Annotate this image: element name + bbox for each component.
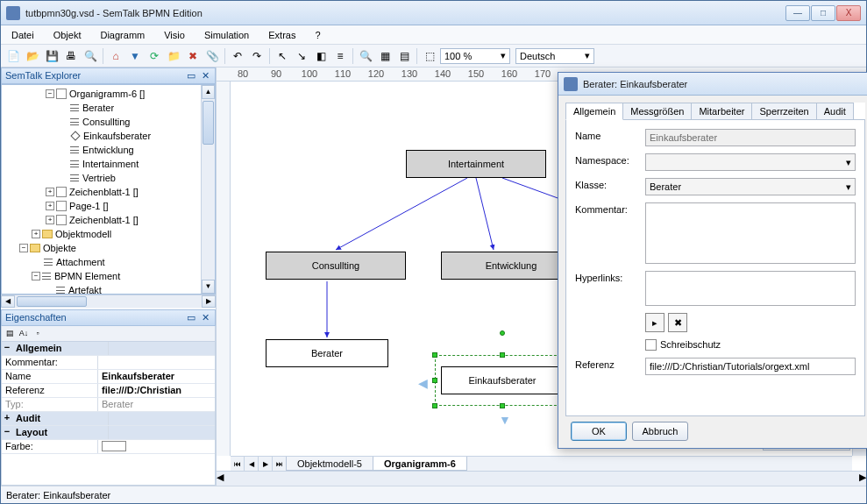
menu-diagramm[interactable]: Diagramm bbox=[96, 28, 148, 42]
prop-group-layout[interactable]: Layout bbox=[12, 426, 109, 439]
prop-referenz-value[interactable]: file:///D:/Christian bbox=[98, 384, 215, 397]
tree-objekte[interactable]: Objekte bbox=[43, 243, 76, 253]
page-next-icon[interactable]: ▶ bbox=[259, 457, 273, 471]
explorer-tree[interactable]: −Organigramm-6 [] Berater Consullting Ei… bbox=[1, 84, 216, 295]
zoom-icon[interactable]: 🔍 bbox=[357, 47, 374, 65]
prop-name-value[interactable]: Einkaufsberater bbox=[98, 370, 215, 383]
dlg-hyperlink-add-button[interactable]: ▸ bbox=[645, 313, 664, 332]
dlg-name-label: Name bbox=[575, 129, 645, 141]
align-icon[interactable]: ≡ bbox=[331, 47, 349, 65]
filter-icon[interactable]: ▼ bbox=[126, 47, 144, 65]
menu-datei[interactable]: Datei bbox=[8, 28, 38, 42]
ok-button[interactable]: OK bbox=[571, 422, 627, 441]
tree-vertrieb[interactable]: Vertrieb bbox=[82, 173, 116, 183]
prop-name-label: Name bbox=[2, 370, 98, 383]
dlg-kommentar-textarea[interactable] bbox=[645, 202, 856, 264]
minimize-button[interactable]: — bbox=[785, 5, 810, 21]
prop-group-allgemein[interactable]: Allgemein bbox=[12, 342, 109, 355]
tree-zeichenblatt1[interactable]: Zeichenblatt-1 [] bbox=[69, 187, 139, 197]
dlg-klasse-combo[interactable]: Berater▾ bbox=[645, 178, 856, 195]
tree-attachment[interactable]: Attachment bbox=[56, 257, 105, 267]
pointer-icon[interactable]: ↖ bbox=[274, 47, 291, 65]
dlg-hyperlink-remove-button[interactable]: ✖ bbox=[668, 313, 687, 332]
dlg-namespace-combo[interactable]: ▾ bbox=[645, 153, 856, 171]
dlg-hyperlinks-list[interactable] bbox=[645, 271, 856, 306]
page-prev-icon[interactable]: ◀ bbox=[245, 457, 259, 471]
menu-help[interactable]: ? bbox=[311, 28, 323, 42]
tree-bpmn-element[interactable]: BPMN Element bbox=[54, 271, 120, 281]
dlg-schreibschutz-checkbox[interactable] bbox=[645, 339, 657, 351]
tab-messgroessen[interactable]: Messgrößen bbox=[622, 103, 692, 119]
undo-icon[interactable]: ↶ bbox=[229, 47, 246, 65]
preview-icon[interactable]: 🔍 bbox=[82, 47, 99, 65]
autoconnect-left-icon[interactable]: ◀ bbox=[418, 376, 428, 390]
dlg-referenz-input[interactable]: file:///D:/Christian/Tutorials/orgext.xm… bbox=[645, 358, 856, 375]
grid-icon[interactable]: ▦ bbox=[376, 47, 394, 65]
menu-objekt[interactable]: Objekt bbox=[50, 28, 85, 42]
folder-icon[interactable]: 📁 bbox=[165, 47, 182, 65]
org-box-intertainment[interactable]: Intertainment bbox=[406, 150, 546, 178]
new-icon[interactable]: 📄 bbox=[4, 47, 22, 65]
properties-grid[interactable]: −Allgemein Kommentar: NameEinkaufsberate… bbox=[1, 342, 216, 486]
tab-audit[interactable]: Audit bbox=[816, 103, 854, 119]
tree-intertainment[interactable]: Intertainment bbox=[82, 159, 139, 169]
close-button[interactable]: X bbox=[836, 5, 861, 21]
menu-extras[interactable]: Extras bbox=[265, 28, 299, 42]
prop-group-audit[interactable]: Audit bbox=[12, 412, 109, 425]
zoom-combo[interactable]: 100 %▾ bbox=[440, 48, 510, 64]
prop-sort-icon[interactable]: A↓ bbox=[18, 327, 30, 339]
canvas-hscroll[interactable]: ◀ ▶ bbox=[217, 471, 866, 486]
selection-box[interactable] bbox=[435, 355, 570, 406]
tree-berater[interactable]: Berater bbox=[82, 103, 114, 113]
language-combo[interactable]: Deutsch▾ bbox=[515, 48, 594, 64]
tree-entwicklung[interactable]: Entwicklung bbox=[82, 145, 134, 155]
delete-icon[interactable]: ✖ bbox=[184, 47, 202, 65]
explorer-pin-icon[interactable]: ▭ bbox=[185, 69, 197, 82]
prop-page-icon[interactable]: ▫ bbox=[32, 327, 44, 339]
prop-kommentar-value[interactable] bbox=[98, 356, 215, 369]
prop-farbe-value[interactable] bbox=[98, 440, 215, 453]
prop-kommentar-label: Kommentar: bbox=[2, 356, 98, 369]
maximize-button[interactable]: □ bbox=[811, 5, 835, 21]
tree-einkaufsberater[interactable]: Einkaufsberater bbox=[83, 131, 151, 141]
org-box-consulting[interactable]: Consullting bbox=[266, 252, 406, 280]
connector-icon[interactable]: ↘ bbox=[293, 47, 310, 65]
tree-page1[interactable]: Page-1 [] bbox=[69, 201, 109, 211]
print-icon[interactable]: 🖶 bbox=[62, 47, 80, 65]
abbruch-button[interactable]: Abbruch bbox=[632, 422, 688, 441]
grid2-icon[interactable]: ▤ bbox=[395, 47, 413, 65]
tree-zeichenblatt1b[interactable]: Zeichenblatt-1 [] bbox=[69, 215, 139, 225]
tree-hscroll[interactable]: ◀ ▶ bbox=[1, 295, 216, 308]
save-icon[interactable]: 💾 bbox=[43, 47, 60, 65]
attach-icon[interactable]: 📎 bbox=[203, 47, 221, 65]
tab-objektmodell[interactable]: Objektmodell-5 bbox=[286, 457, 373, 471]
tree-vscroll[interactable]: ▲ ▼ bbox=[201, 85, 215, 294]
tab-organigramm[interactable]: Organigramm-6 bbox=[373, 457, 467, 471]
db-icon[interactable]: ⌂ bbox=[107, 47, 124, 65]
tab-sperrzeiten[interactable]: Sperrzeiten bbox=[751, 103, 816, 119]
tree-organigramm[interactable]: Organigramm-6 [] bbox=[69, 89, 145, 99]
tree-consulting[interactable]: Consullting bbox=[82, 117, 130, 127]
tree-objektmodell[interactable]: Objektmodell bbox=[55, 229, 111, 239]
dlg-name-input[interactable]: Einkaufsberater bbox=[645, 129, 856, 146]
layers-icon[interactable]: ⬚ bbox=[421, 47, 438, 65]
properties-title: Eigenschaften bbox=[5, 312, 67, 323]
tab-allgemein[interactable]: Allgemein bbox=[565, 103, 623, 120]
autoconnect-down-icon[interactable]: ▼ bbox=[499, 413, 511, 427]
page-last-icon[interactable]: ⏭ bbox=[273, 457, 287, 471]
redo-icon[interactable]: ↷ bbox=[248, 47, 266, 65]
refresh-icon[interactable]: ⟳ bbox=[146, 47, 163, 65]
properties-pin-icon[interactable]: ▭ bbox=[185, 311, 197, 323]
org-box-berater[interactable]: Berater bbox=[266, 339, 388, 367]
menu-visio[interactable]: Visio bbox=[160, 28, 188, 42]
tree-artefakt[interactable]: Artefakt bbox=[68, 285, 102, 295]
page-first-icon[interactable]: ⏮ bbox=[231, 457, 245, 471]
explorer-close-icon[interactable]: ✕ bbox=[199, 69, 211, 82]
open-icon[interactable]: 📂 bbox=[24, 47, 41, 65]
menubar: Datei Objekt Diagramm Visio Simulation E… bbox=[1, 25, 866, 45]
shapes-icon[interactable]: ◧ bbox=[312, 47, 330, 65]
tab-mitarbeiter[interactable]: Mitarbeiter bbox=[691, 103, 752, 119]
menu-simulation[interactable]: Simulation bbox=[201, 28, 252, 42]
properties-close-icon[interactable]: ✕ bbox=[199, 311, 211, 323]
prop-cat-icon[interactable]: ▤ bbox=[4, 327, 16, 339]
